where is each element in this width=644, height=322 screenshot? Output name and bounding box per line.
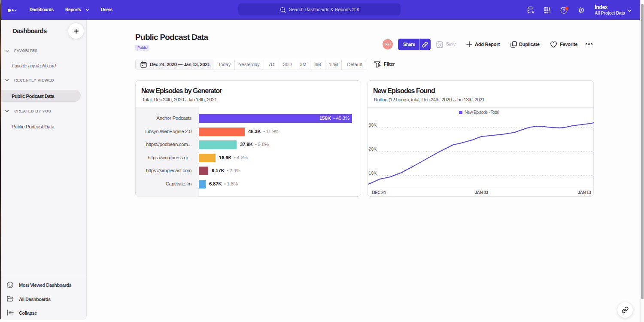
svg-text:?: ? [562,8,565,13]
svg-text:30K: 30K [369,122,377,128]
svg-text:20K: 20K [369,146,377,152]
svg-text:JAN 13: JAN 13 [578,190,591,195]
svg-text:10K: 10K [369,170,377,176]
svg-text:DEC 24: DEC 24 [372,190,386,195]
svg-text:JAN 03: JAN 03 [475,190,488,195]
